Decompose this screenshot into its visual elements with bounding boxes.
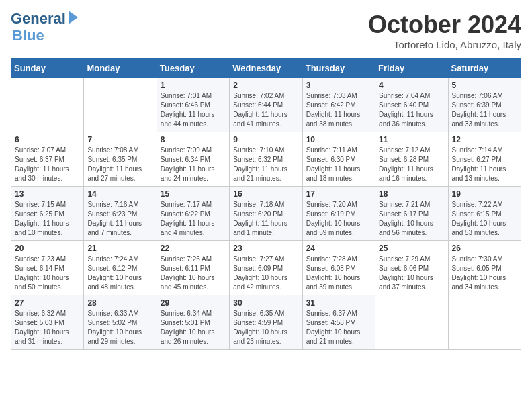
calendar-week-row: 1Sunrise: 7:01 AM Sunset: 6:46 PM Daylig… bbox=[11, 78, 521, 132]
calendar-day-cell: 8Sunrise: 7:09 AM Sunset: 6:34 PM Daylig… bbox=[157, 132, 229, 187]
day-number: 11 bbox=[379, 135, 444, 144]
day-number: 18 bbox=[379, 189, 444, 199]
weekday-header-cell: Sunday bbox=[11, 59, 84, 78]
day-number: 6 bbox=[15, 135, 80, 144]
calendar-day-cell: 2Sunrise: 7:02 AM Sunset: 6:44 PM Daylig… bbox=[230, 78, 302, 132]
day-number: 28 bbox=[87, 298, 152, 308]
day-number: 29 bbox=[161, 298, 226, 308]
logo-arrow-icon bbox=[69, 11, 78, 24]
calendar-day-cell: 3Sunrise: 7:03 AM Sunset: 6:42 PM Daylig… bbox=[302, 78, 375, 132]
day-details: Sunrise: 7:20 AM Sunset: 6:19 PM Dayligh… bbox=[306, 200, 371, 238]
day-details: Sunrise: 7:04 AM Sunset: 6:40 PM Dayligh… bbox=[379, 91, 444, 129]
day-details: Sunrise: 7:02 AM Sunset: 6:44 PM Dayligh… bbox=[233, 91, 298, 129]
calendar-day-cell: 7Sunrise: 7:08 AM Sunset: 6:35 PM Daylig… bbox=[84, 132, 157, 187]
day-details: Sunrise: 7:07 AM Sunset: 6:37 PM Dayligh… bbox=[15, 146, 80, 183]
day-number: 20 bbox=[15, 244, 80, 253]
day-number: 31 bbox=[306, 298, 371, 308]
day-details: Sunrise: 7:18 AM Sunset: 6:20 PM Dayligh… bbox=[233, 200, 298, 238]
day-number: 19 bbox=[452, 189, 517, 199]
weekday-header-row: SundayMondayTuesdayWednesdayThursdayFrid… bbox=[11, 59, 521, 78]
day-details: Sunrise: 7:22 AM Sunset: 6:15 PM Dayligh… bbox=[452, 200, 517, 238]
weekday-header-cell: Wednesday bbox=[230, 59, 302, 78]
day-details: Sunrise: 7:28 AM Sunset: 6:08 PM Dayligh… bbox=[306, 255, 371, 292]
calendar-day-cell: 25Sunrise: 7:29 AM Sunset: 6:06 PM Dayli… bbox=[375, 241, 448, 295]
calendar-day-cell bbox=[84, 78, 157, 132]
calendar-day-cell: 12Sunrise: 7:14 AM Sunset: 6:27 PM Dayli… bbox=[448, 132, 521, 187]
day-number: 24 bbox=[306, 244, 371, 253]
day-details: Sunrise: 7:12 AM Sunset: 6:28 PM Dayligh… bbox=[379, 146, 444, 183]
day-details: Sunrise: 7:24 AM Sunset: 6:12 PM Dayligh… bbox=[87, 255, 152, 292]
day-details: Sunrise: 7:15 AM Sunset: 6:25 PM Dayligh… bbox=[15, 200, 80, 238]
day-number: 1 bbox=[161, 81, 226, 90]
calendar-day-cell: 15Sunrise: 7:17 AM Sunset: 6:22 PM Dayli… bbox=[157, 187, 229, 241]
calendar-day-cell: 30Sunrise: 6:35 AM Sunset: 4:59 PM Dayli… bbox=[230, 295, 302, 350]
day-details: Sunrise: 6:34 AM Sunset: 5:01 PM Dayligh… bbox=[161, 309, 226, 347]
day-details: Sunrise: 7:10 AM Sunset: 6:32 PM Dayligh… bbox=[233, 146, 298, 183]
logo-blue: Blue bbox=[12, 27, 44, 44]
calendar-day-cell: 17Sunrise: 7:20 AM Sunset: 6:19 PM Dayli… bbox=[302, 187, 375, 241]
calendar-day-cell: 18Sunrise: 7:21 AM Sunset: 6:17 PM Dayli… bbox=[375, 187, 448, 241]
day-number: 13 bbox=[15, 189, 80, 199]
day-number: 23 bbox=[233, 244, 298, 253]
day-number: 8 bbox=[161, 135, 226, 144]
day-number: 25 bbox=[379, 244, 444, 253]
calendar-day-cell bbox=[448, 295, 521, 350]
calendar-day-cell: 29Sunrise: 6:34 AM Sunset: 5:01 PM Dayli… bbox=[157, 295, 229, 350]
day-details: Sunrise: 7:09 AM Sunset: 6:34 PM Dayligh… bbox=[161, 146, 226, 183]
day-number: 10 bbox=[306, 135, 371, 144]
day-number: 16 bbox=[233, 189, 298, 199]
day-number: 26 bbox=[452, 244, 517, 253]
day-number: 15 bbox=[161, 189, 226, 199]
calendar-table: SundayMondayTuesdayWednesdayThursdayFrid… bbox=[11, 58, 521, 350]
calendar-day-cell: 10Sunrise: 7:11 AM Sunset: 6:30 PM Dayli… bbox=[302, 132, 375, 187]
calendar-week-row: 27Sunrise: 6:32 AM Sunset: 5:03 PM Dayli… bbox=[11, 295, 521, 350]
calendar-week-row: 6Sunrise: 7:07 AM Sunset: 6:37 PM Daylig… bbox=[11, 132, 521, 187]
day-number: 7 bbox=[87, 135, 152, 144]
calendar-day-cell: 5Sunrise: 7:06 AM Sunset: 6:39 PM Daylig… bbox=[448, 78, 521, 132]
day-number: 27 bbox=[15, 298, 80, 308]
calendar-day-cell bbox=[375, 295, 448, 350]
day-details: Sunrise: 7:17 AM Sunset: 6:22 PM Dayligh… bbox=[161, 200, 226, 238]
month-title: October 2024 bbox=[368, 11, 521, 39]
day-details: Sunrise: 7:30 AM Sunset: 6:05 PM Dayligh… bbox=[452, 255, 517, 292]
page-header: General Blue October 2024 Tortoreto Lido… bbox=[11, 11, 521, 50]
day-details: Sunrise: 7:11 AM Sunset: 6:30 PM Dayligh… bbox=[306, 146, 371, 183]
day-details: Sunrise: 6:37 AM Sunset: 4:58 PM Dayligh… bbox=[306, 309, 371, 347]
calendar-day-cell: 21Sunrise: 7:24 AM Sunset: 6:12 PM Dayli… bbox=[84, 241, 157, 295]
logo: General Blue bbox=[11, 11, 78, 44]
calendar-day-cell: 14Sunrise: 7:16 AM Sunset: 6:23 PM Dayli… bbox=[84, 187, 157, 241]
calendar-day-cell: 28Sunrise: 6:33 AM Sunset: 5:02 PM Dayli… bbox=[84, 295, 157, 350]
day-details: Sunrise: 6:32 AM Sunset: 5:03 PM Dayligh… bbox=[15, 309, 80, 347]
calendar-day-cell: 19Sunrise: 7:22 AM Sunset: 6:15 PM Dayli… bbox=[448, 187, 521, 241]
calendar-day-cell: 24Sunrise: 7:28 AM Sunset: 6:08 PM Dayli… bbox=[302, 241, 375, 295]
day-details: Sunrise: 7:03 AM Sunset: 6:42 PM Dayligh… bbox=[306, 91, 371, 129]
day-number: 17 bbox=[306, 189, 371, 199]
calendar-day-cell: 1Sunrise: 7:01 AM Sunset: 6:46 PM Daylig… bbox=[157, 78, 229, 132]
day-number: 4 bbox=[379, 81, 444, 90]
calendar-body: 1Sunrise: 7:01 AM Sunset: 6:46 PM Daylig… bbox=[11, 78, 521, 350]
day-number: 9 bbox=[233, 135, 298, 144]
day-number: 14 bbox=[87, 189, 152, 199]
day-number: 30 bbox=[233, 298, 298, 308]
logo-text: General bbox=[11, 11, 66, 27]
calendar-day-cell: 13Sunrise: 7:15 AM Sunset: 6:25 PM Dayli… bbox=[11, 187, 84, 241]
weekday-header-cell: Thursday bbox=[302, 59, 375, 78]
calendar-day-cell: 31Sunrise: 6:37 AM Sunset: 4:58 PM Dayli… bbox=[302, 295, 375, 350]
calendar-day-cell: 23Sunrise: 7:27 AM Sunset: 6:09 PM Dayli… bbox=[230, 241, 302, 295]
location-subtitle: Tortoreto Lido, Abruzzo, Italy bbox=[368, 39, 521, 50]
day-details: Sunrise: 7:23 AM Sunset: 6:14 PM Dayligh… bbox=[15, 255, 80, 292]
day-number: 3 bbox=[306, 81, 371, 90]
weekday-header-cell: Monday bbox=[84, 59, 157, 78]
day-number: 2 bbox=[233, 81, 298, 90]
day-details: Sunrise: 7:06 AM Sunset: 6:39 PM Dayligh… bbox=[452, 91, 517, 129]
day-details: Sunrise: 7:14 AM Sunset: 6:27 PM Dayligh… bbox=[452, 146, 517, 183]
calendar-day-cell: 16Sunrise: 7:18 AM Sunset: 6:20 PM Dayli… bbox=[230, 187, 302, 241]
day-details: Sunrise: 7:08 AM Sunset: 6:35 PM Dayligh… bbox=[87, 146, 152, 183]
calendar-day-cell: 26Sunrise: 7:30 AM Sunset: 6:05 PM Dayli… bbox=[448, 241, 521, 295]
calendar-week-row: 20Sunrise: 7:23 AM Sunset: 6:14 PM Dayli… bbox=[11, 241, 521, 295]
day-number: 5 bbox=[452, 81, 517, 90]
day-details: Sunrise: 7:26 AM Sunset: 6:11 PM Dayligh… bbox=[161, 255, 226, 292]
day-details: Sunrise: 7:01 AM Sunset: 6:46 PM Dayligh… bbox=[161, 91, 226, 129]
calendar-day-cell: 20Sunrise: 7:23 AM Sunset: 6:14 PM Dayli… bbox=[11, 241, 84, 295]
day-details: Sunrise: 7:21 AM Sunset: 6:17 PM Dayligh… bbox=[379, 200, 444, 238]
